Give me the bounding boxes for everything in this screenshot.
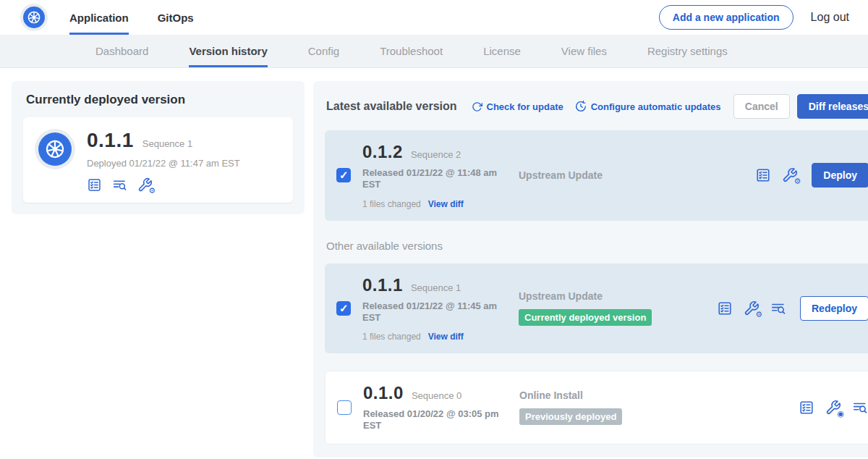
sequence-label: Sequence 2 bbox=[411, 149, 461, 160]
sequence-label: Sequence 0 bbox=[412, 390, 461, 401]
version-actions: ⚙ Redeploy bbox=[717, 296, 868, 321]
tab-application[interactable]: Application bbox=[69, 0, 129, 35]
released-timestamp: Released 01/21/22 @ 11:48 am EST bbox=[362, 167, 506, 191]
app-logo bbox=[20, 4, 48, 31]
view-logs-icon[interactable] bbox=[852, 400, 868, 416]
release-notes-icon[interactable] bbox=[717, 300, 733, 316]
subnav-view-files[interactable]: View files bbox=[561, 35, 607, 67]
release-notes-icon[interactable] bbox=[755, 167, 771, 183]
version-row-0-1-0: 0.1.0 Sequence 0 Released 01/20/22 @ 03:… bbox=[325, 371, 868, 445]
version-checkbox[interactable] bbox=[337, 400, 352, 415]
released-timestamp: Released 01/21/22 @ 11:45 am EST bbox=[362, 300, 506, 324]
currently-deployed-title: Currently deployed version bbox=[26, 93, 293, 107]
version-info: 0.1.1 Sequence 1 Released 01/21/22 @ 11:… bbox=[362, 275, 519, 342]
deployed-sequence-label: Sequence 1 bbox=[142, 138, 192, 149]
files-changed-label: 1 files changed bbox=[362, 332, 421, 342]
view-logs-icon[interactable] bbox=[770, 300, 786, 316]
files-changed-line: 1 files changedView diff bbox=[362, 199, 519, 209]
tab-gitops[interactable]: GitOps bbox=[158, 0, 194, 35]
version-number: 0.1.2 bbox=[362, 142, 403, 162]
view-logs-icon[interactable] bbox=[112, 177, 127, 193]
redeploy-button[interactable]: Redeploy bbox=[800, 296, 868, 321]
subnav-registry-settings[interactable]: Registry settings bbox=[647, 35, 728, 67]
eye-icon: ◉ bbox=[837, 410, 844, 418]
deployed-version-number: 0.1.1 bbox=[87, 129, 134, 152]
deploy-button[interactable]: Deploy bbox=[812, 163, 868, 188]
files-changed-label: 1 files changed bbox=[362, 199, 421, 209]
check-for-update-link[interactable]: Check for update bbox=[472, 101, 563, 112]
view-config-icon[interactable]: ◉ bbox=[825, 400, 841, 416]
refresh-icon bbox=[472, 101, 482, 112]
kubernetes-logo-icon bbox=[23, 7, 45, 28]
app-icon-ring bbox=[35, 129, 75, 169]
currently-deployed-card: Currently deployed version 0.1.1 Sequenc… bbox=[12, 81, 305, 214]
clock-refresh-icon bbox=[575, 101, 587, 112]
latest-version-header: Latest available version Check for updat… bbox=[325, 94, 868, 119]
other-versions-title: Other available versions bbox=[326, 240, 868, 252]
source-label: Online Install bbox=[519, 389, 718, 401]
main-content: Currently deployed version 0.1.1 Sequenc… bbox=[0, 68, 868, 458]
view-diff-link[interactable]: View diff bbox=[428, 332, 464, 342]
topbar-tabs: Application GitOps bbox=[69, 0, 194, 35]
edit-config-icon[interactable]: ⚙ bbox=[137, 177, 153, 193]
gear-icon: ⚙ bbox=[755, 311, 762, 319]
version-row-0-1-1: 0.1.1 Sequence 1 Released 01/21/22 @ 11:… bbox=[325, 264, 868, 354]
version-source: Upstream Update Currently deployed versi… bbox=[519, 290, 717, 326]
version-checkbox[interactable] bbox=[336, 301, 351, 316]
release-notes-icon[interactable] bbox=[87, 177, 102, 193]
version-history-panel: Latest available version Check for updat… bbox=[313, 81, 868, 458]
version-actions: ⚙ Deploy bbox=[755, 163, 868, 188]
configure-updates-label: Configure automatic updates bbox=[591, 101, 721, 112]
version-row-0-1-2: 0.1.2 Sequence 2 Released 01/21/22 @ 11:… bbox=[325, 130, 868, 221]
version-source: Online Install Previously deployed bbox=[519, 389, 718, 425]
deployed-version-tile: 0.1.1 Sequence 1 Deployed 01/21/22 @ 11:… bbox=[23, 117, 293, 203]
source-label: Upstream Update bbox=[519, 169, 717, 181]
source-label: Upstream Update bbox=[519, 290, 717, 302]
diff-releases-button[interactable]: Diff releases bbox=[797, 94, 868, 119]
deployed-timestamp: Deployed 01/21/22 @ 11:47 am EST bbox=[87, 158, 240, 169]
add-application-button[interactable]: Add a new application bbox=[659, 5, 793, 30]
sequence-label: Sequence 1 bbox=[411, 282, 461, 293]
subnav-dashboard[interactable]: Dashboard bbox=[95, 35, 148, 67]
configure-updates-link[interactable]: Configure automatic updates bbox=[575, 101, 721, 112]
header-buttons: Cancel Diff releases bbox=[733, 94, 868, 119]
subnav-config[interactable]: Config bbox=[308, 35, 339, 67]
logout-button[interactable]: Log out bbox=[811, 11, 849, 24]
check-for-update-label: Check for update bbox=[487, 101, 563, 112]
version-info: 0.1.2 Sequence 2 Released 01/21/22 @ 11:… bbox=[362, 142, 519, 209]
version-number: 0.1.0 bbox=[363, 383, 404, 403]
version-number: 0.1.1 bbox=[362, 275, 403, 295]
deployed-action-icons: ⚙ bbox=[87, 177, 240, 193]
subnav-troubleshoot[interactable]: Troubleshoot bbox=[380, 35, 443, 67]
gear-icon: ⚙ bbox=[148, 187, 156, 195]
latest-version-title: Latest available version bbox=[326, 100, 457, 113]
version-checkbox[interactable] bbox=[336, 168, 351, 182]
released-timestamp: Released 01/20/22 @ 03:05 pm EST bbox=[363, 408, 506, 432]
topbar: Application GitOps Add a new application… bbox=[0, 0, 868, 35]
release-notes-icon[interactable] bbox=[799, 400, 814, 416]
subnav-license[interactable]: License bbox=[483, 35, 521, 67]
edit-config-icon[interactable]: ⚙ bbox=[744, 300, 760, 316]
currently-deployed-badge: Currently deployed version bbox=[519, 309, 652, 326]
version-info: 0.1.0 Sequence 0 Released 01/20/22 @ 03:… bbox=[363, 383, 519, 432]
edit-config-icon[interactable]: ⚙ bbox=[782, 167, 798, 183]
cancel-button[interactable]: Cancel bbox=[733, 94, 790, 119]
files-changed-line: 1 files changedView diff bbox=[362, 332, 519, 342]
version-source: Upstream Update bbox=[519, 169, 717, 181]
subnav-version-history[interactable]: Version history bbox=[189, 35, 267, 67]
kubernetes-app-icon bbox=[38, 132, 72, 166]
version-actions: ◉ bbox=[799, 400, 868, 416]
deployed-version-info: 0.1.1 Sequence 1 Deployed 01/21/22 @ 11:… bbox=[87, 129, 240, 193]
view-diff-link[interactable]: View diff bbox=[428, 199, 464, 209]
gear-icon: ⚙ bbox=[793, 177, 801, 185]
app-subnav: Dashboard Version history Config Trouble… bbox=[0, 35, 868, 68]
previously-deployed-badge: Previously deployed bbox=[519, 408, 622, 425]
topbar-right: Add a new application Log out bbox=[659, 0, 849, 35]
